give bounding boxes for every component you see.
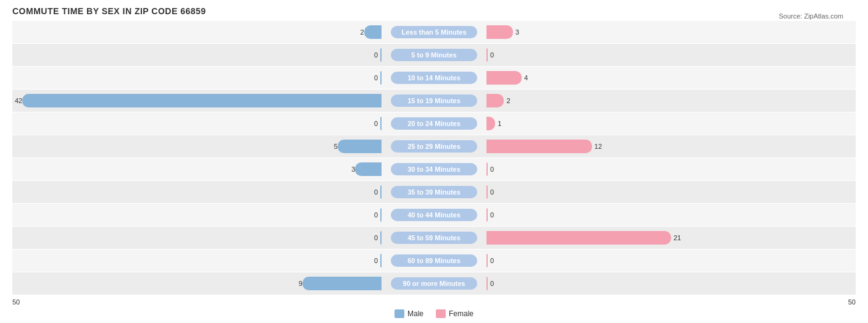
female-bar bbox=[486, 208, 488, 222]
table-row: 9 90 or more Minutes 0 bbox=[12, 272, 856, 295]
row-left: 0 bbox=[12, 231, 382, 245]
female-value: 3 bbox=[515, 28, 519, 36]
female-zero-value: 0 bbox=[490, 280, 494, 287]
table-row: 0 35 to 39 Minutes 0 bbox=[12, 181, 856, 203]
female-bar-wrap: 4 bbox=[486, 71, 856, 85]
male-value: 42 bbox=[15, 97, 22, 104]
female-swatch bbox=[436, 309, 446, 318]
row-right: 0 bbox=[486, 277, 856, 290]
female-zero-value: 0 bbox=[490, 211, 494, 219]
male-bar-wrap: 2 bbox=[12, 25, 382, 39]
row-right: 0 bbox=[486, 254, 856, 267]
male-bar-wrap: 0 bbox=[12, 117, 382, 130]
male-zero-value: 0 bbox=[374, 51, 378, 59]
bar-row-container: 0 5 to 9 Minutes 0 bbox=[12, 48, 856, 62]
male-bar-wrap: 42 bbox=[12, 94, 382, 107]
row-center: 25 to 29 Minutes bbox=[382, 140, 486, 153]
row-left: 42 bbox=[12, 94, 382, 107]
bar-row-container: 9 90 or more Minutes 0 bbox=[12, 277, 856, 290]
row-label: 45 to 59 Minutes bbox=[391, 232, 477, 244]
row-label: 30 to 34 Minutes bbox=[391, 163, 477, 175]
row-left: 0 bbox=[12, 254, 382, 267]
female-bar bbox=[486, 185, 488, 199]
female-bar bbox=[486, 162, 488, 176]
row-right: 0 bbox=[486, 185, 856, 199]
table-row: 2 Less than 5 Minutes 3 bbox=[12, 21, 856, 43]
male-bar-wrap: 0 bbox=[12, 185, 382, 199]
axis-right: 50 bbox=[848, 298, 856, 306]
row-center: 60 to 89 Minutes bbox=[382, 254, 486, 267]
female-bar bbox=[486, 277, 488, 290]
table-row: 42 15 to 19 Minutes 2 bbox=[12, 90, 856, 112]
female-value: 4 bbox=[524, 74, 528, 82]
male-bar bbox=[364, 25, 382, 39]
male-bar-wrap: 0 bbox=[12, 208, 382, 222]
male-swatch bbox=[394, 309, 404, 318]
bar-row-container: 0 35 to 39 Minutes 0 bbox=[12, 185, 856, 199]
chart-title: COMMUTE TIME BY SEX IN ZIP CODE 66859 bbox=[12, 6, 856, 16]
male-zero-value: 0 bbox=[374, 257, 378, 264]
row-left: 0 bbox=[12, 48, 382, 62]
row-center: 30 to 34 Minutes bbox=[382, 163, 486, 175]
table-row: 3 30 to 34 Minutes 0 bbox=[12, 158, 856, 180]
row-left: 0 bbox=[12, 185, 382, 199]
row-left: 2 bbox=[12, 25, 382, 39]
male-bar-wrap: 0 bbox=[12, 254, 382, 267]
row-center: 35 to 39 Minutes bbox=[382, 186, 486, 198]
female-value: 21 bbox=[674, 234, 681, 241]
female-bar-wrap: 1 bbox=[486, 117, 856, 130]
female-zero-value: 0 bbox=[490, 257, 494, 264]
axis-row: 50 50 bbox=[12, 298, 856, 306]
row-center: 90 or more Minutes bbox=[382, 277, 486, 290]
bar-row-container: 0 40 to 44 Minutes 0 bbox=[12, 208, 856, 222]
female-bar bbox=[486, 254, 488, 267]
row-center: 40 to 44 Minutes bbox=[382, 209, 486, 221]
row-center: Less than 5 Minutes bbox=[382, 26, 486, 38]
male-zero-value: 0 bbox=[374, 74, 378, 82]
male-label: Male bbox=[407, 309, 424, 318]
row-left: 0 bbox=[12, 117, 382, 130]
row-label: 90 or more Minutes bbox=[391, 277, 477, 290]
row-right: 3 bbox=[486, 25, 856, 39]
row-label: 25 to 29 Minutes bbox=[391, 140, 477, 153]
female-bar-wrap: 0 bbox=[486, 162, 856, 176]
row-center: 20 to 24 Minutes bbox=[382, 117, 486, 130]
female-bar-wrap: 0 bbox=[486, 185, 856, 199]
bar-row-container: 0 20 to 24 Minutes 1 bbox=[12, 117, 856, 130]
female-bar bbox=[486, 25, 513, 39]
female-bar-wrap: 0 bbox=[486, 277, 856, 290]
female-zero-value: 0 bbox=[490, 166, 494, 173]
row-right: 21 bbox=[486, 231, 856, 245]
row-label: 40 to 44 Minutes bbox=[391, 209, 477, 221]
male-bar-wrap: 0 bbox=[12, 231, 382, 245]
bar-row-container: 0 10 to 14 Minutes 4 bbox=[12, 71, 856, 85]
female-bar bbox=[486, 94, 504, 107]
row-left: 0 bbox=[12, 208, 382, 222]
table-row: 0 5 to 9 Minutes 0 bbox=[12, 44, 856, 66]
female-value: 12 bbox=[595, 143, 602, 150]
row-left: 0 bbox=[12, 71, 382, 85]
bar-row-container: 0 45 to 59 Minutes 21 bbox=[12, 231, 856, 245]
male-bar bbox=[303, 277, 382, 290]
female-bar bbox=[486, 48, 488, 62]
male-zero-value: 0 bbox=[374, 120, 378, 127]
row-label: Less than 5 Minutes bbox=[391, 26, 477, 38]
table-row: 0 20 to 24 Minutes 1 bbox=[12, 112, 856, 135]
row-left: 9 bbox=[12, 277, 382, 290]
row-right: 12 bbox=[486, 140, 856, 153]
row-label: 15 to 19 Minutes bbox=[391, 94, 477, 107]
male-zero-value: 0 bbox=[374, 234, 378, 241]
table-row: 0 45 to 59 Minutes 21 bbox=[12, 227, 856, 249]
male-zero-value: 0 bbox=[374, 211, 378, 219]
male-bar-wrap: 9 bbox=[12, 277, 382, 290]
bar-row-container: 42 15 to 19 Minutes 2 bbox=[12, 94, 856, 107]
female-bar-wrap: 3 bbox=[486, 25, 856, 39]
male-bar-wrap: 5 bbox=[12, 140, 382, 153]
row-center: 45 to 59 Minutes bbox=[382, 232, 486, 244]
table-row: 5 25 to 29 Minutes 12 bbox=[12, 135, 856, 157]
table-row: 0 60 to 89 Minutes 0 bbox=[12, 250, 856, 272]
male-bar bbox=[355, 162, 382, 176]
legend: Male Female bbox=[12, 309, 856, 318]
male-bar-wrap: 0 bbox=[12, 48, 382, 62]
female-bar bbox=[486, 231, 671, 245]
